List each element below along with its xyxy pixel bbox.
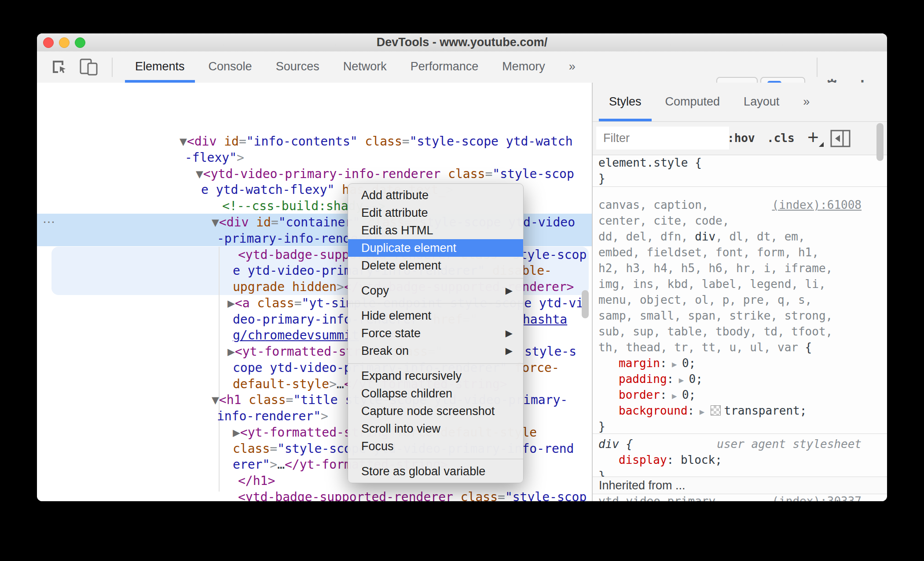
code-fragment: ▼<ytd-video-primary-info-renderer class=… [196, 166, 574, 182]
style-rule-line[interactable]: samp, small, span, strike, strong, [593, 308, 887, 324]
code-segment: class [448, 167, 485, 181]
style-rule-line[interactable]: margin: ▶ 0; [593, 355, 887, 371]
style-rule-line[interactable]: display: block; [593, 452, 887, 468]
code-fragment: canvas, caption, [598, 197, 708, 213]
context-menu-item-expand-recursively[interactable]: Expand recursively [348, 367, 523, 385]
code-segment: "style-scop [492, 167, 574, 181]
tab-[interactable]: » [557, 51, 587, 83]
styles-filter-input[interactable]: Filter [596, 127, 729, 149]
code-segment: "style-scope ytd-watch [410, 134, 573, 149]
tab-sources[interactable]: Sources [264, 51, 331, 83]
context-menu-item-focus[interactable]: Focus [348, 437, 523, 455]
style-rule-line[interactable]: h2, h3, h4, h5, h6, hr, i, iframe, [593, 260, 887, 276]
context-menu-item-break-on[interactable]: Break on▶ [348, 342, 523, 360]
styles-sidebar: StylesComputedLayout» Filter :hov .cls +… [593, 83, 887, 501]
tree-node-line[interactable]: ▼<div id="info-contents" class="style-sc… [37, 133, 592, 149]
inspect-icon[interactable] [50, 58, 68, 77]
style-rule-line[interactable]: border: ▶ 0; [593, 387, 887, 403]
new-style-rule-button[interactable]: + [807, 122, 819, 155]
context-menu-item-hide-element[interactable]: Hide element [348, 307, 523, 324]
context-menu-item-edit-attribute[interactable]: Edit attribute [348, 204, 523, 222]
context-menu-item-capture-node-screenshot[interactable]: Capture node screenshot [348, 402, 523, 420]
code-segment: <h1 [219, 393, 242, 407]
devtools-toolbar: ElementsConsoleSourcesNetworkPerformance… [37, 51, 887, 83]
tab-memory[interactable]: Memory [490, 51, 557, 83]
rule-separator [593, 186, 887, 187]
code-segment [440, 167, 448, 181]
code-fragment: dd, del, dfn, div, dl, dt, em, [598, 229, 805, 244]
code-segment: = [270, 441, 277, 456]
style-rule-line[interactable]: dd, del, dfn, div, dl, dt, em, [593, 229, 887, 244]
style-rule-line[interactable]: } [593, 419, 887, 434]
style-rule-line[interactable]: element.style { [593, 155, 887, 171]
tree-node-line[interactable]: ▼<ytd-video-primary-info-renderer class=… [37, 166, 592, 182]
code-segment: : [660, 357, 667, 370]
code-segment: = [271, 215, 279, 230]
code-segment: erer" [233, 457, 270, 472]
style-rule-line[interactable]: embed, fieldset, font, form, h1, [593, 244, 887, 260]
submenu-arrow-icon: ▶ [506, 324, 513, 342]
code-segment [285, 280, 292, 294]
styles-scrollbar-thumb[interactable] [876, 123, 884, 161]
style-rule-line[interactable]: ytd-video-primary-(index):30337 [593, 493, 887, 501]
context-menu-item-edit-as-html[interactable]: Edit as HTML [348, 222, 523, 239]
toolbar-divider [112, 58, 113, 77]
style-rule-line[interactable]: center, cite, code, [593, 213, 887, 229]
style-rule-line[interactable]: menu, object, ol, p, pre, q, s, [593, 292, 887, 308]
code-segment: = [498, 490, 505, 501]
tab-console[interactable]: Console [197, 51, 264, 83]
code-segment: > [270, 457, 277, 472]
element-classes-button[interactable]: .cls [767, 122, 795, 155]
code-fragment: samp, small, span, strike, strong, [598, 308, 832, 324]
style-rule-line[interactable]: sub, sup, table, tbody, td, tfoot, [593, 324, 887, 339]
code-segment: 0; [682, 388, 696, 401]
sidebar-tab-[interactable]: » [791, 83, 821, 121]
style-rule-line[interactable]: th, thead, tr, tt, u, ul, var { [593, 339, 887, 355]
style-rule-line[interactable]: img, ins, kbd, label, legend, li, [593, 276, 887, 292]
tab-network[interactable]: Network [331, 51, 399, 83]
vertical-scrollbar-thumb[interactable] [582, 290, 589, 318]
code-fragment: background: ▶ transparent; [619, 403, 807, 419]
style-rule-line[interactable]: padding: ▶ 0; [593, 371, 887, 387]
toolbar-divider-2 [817, 58, 818, 77]
context-menu-item-store-as-global-variable[interactable]: Store as global variable [348, 463, 523, 480]
context-menu-item-copy[interactable]: Copy▶ [348, 282, 523, 299]
tab-elements[interactable]: Elements [123, 51, 197, 83]
style-rule-line[interactable]: div {user agent stylesheet [593, 436, 887, 452]
sidebar-tab-styles[interactable]: Styles [597, 83, 653, 121]
device-toolbar-icon[interactable] [79, 58, 99, 77]
code-fragment: style-s [524, 343, 576, 360]
code-segment: (index):61008 [772, 198, 862, 211]
code-fragment: margin: ▶ 0; [619, 355, 696, 372]
context-menu-item-duplicate-element[interactable]: Duplicate element [348, 239, 523, 257]
sidebar-tab-computed[interactable]: Computed [653, 83, 732, 121]
code-fragment: (index):30337 [772, 493, 862, 501]
style-rule-line[interactable]: background: ▶ transparent; [593, 403, 887, 419]
style-rule-line[interactable]: } [593, 171, 887, 186]
tree-node-line[interactable]: -flexy"> [37, 149, 592, 166]
code-segment: ▶ [667, 359, 682, 369]
context-menu-item-add-attribute[interactable]: Add attribute [348, 186, 523, 204]
context-menu-item-scroll-into-view[interactable]: Scroll into view [348, 420, 523, 437]
code-segment: e ytd-watch-flexy" [201, 182, 334, 197]
code-segment: -flexy" [185, 150, 237, 165]
code-segment: : [660, 388, 667, 401]
context-menu-item-delete-element[interactable]: Delete element [348, 257, 523, 274]
code-fragment: hashta [523, 311, 567, 328]
code-segment: ▶ [227, 296, 235, 310]
tree-node-line[interactable]: <ytd-badge-supported-renderer class="sty… [37, 489, 592, 501]
code-fragment: padding: ▶ 0; [619, 371, 703, 388]
context-menu-item-collapse-children[interactable]: Collapse children [348, 385, 523, 402]
code-segment: : block; [667, 453, 722, 466]
toggle-element-state-button[interactable]: :hov [727, 122, 755, 155]
code-fragment: div { [598, 436, 633, 452]
code-segment: <div [187, 134, 216, 149]
code-segment: 0; [682, 357, 696, 370]
style-rule-line[interactable]: canvas, caption,(index):61008 [593, 197, 887, 213]
sidebar-tab-layout[interactable]: Layout [732, 83, 791, 121]
tab-performance[interactable]: Performance [399, 51, 491, 83]
code-fragment: center, cite, code, [598, 213, 729, 229]
sidebar-toggle-icon[interactable] [830, 130, 851, 149]
code-segment: ytd-video-primary- [598, 495, 722, 501]
context-menu-item-force-state[interactable]: Force state▶ [348, 324, 523, 342]
